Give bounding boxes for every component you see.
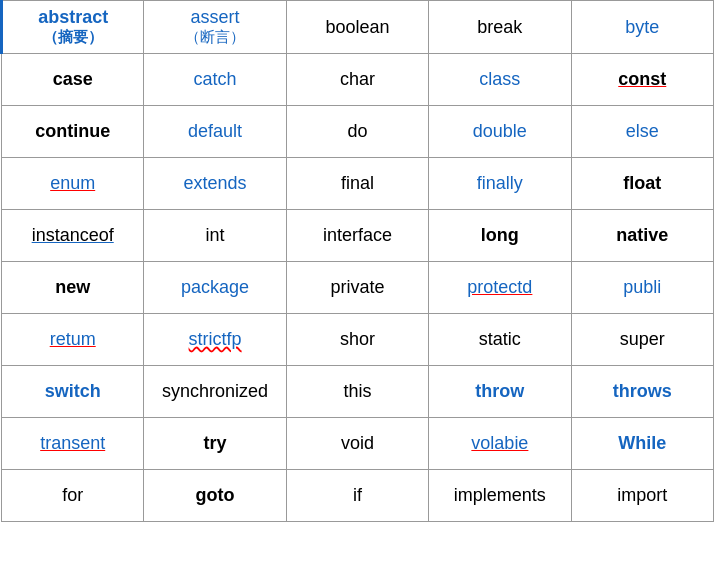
table-cell: implements [429,470,571,522]
table-cell: While [571,418,713,470]
table-cell: strictfp [144,314,286,366]
table-cell: volabie [429,418,571,470]
table-cell: catch [144,54,286,106]
table-cell: long [429,210,571,262]
table-cell: goto [144,470,286,522]
table-cell: default [144,106,286,158]
table-cell: protectd [429,262,571,314]
table-cell: super [571,314,713,366]
cell-line1: assert [148,7,281,28]
table-cell: void [286,418,428,470]
table-cell: transent [2,418,144,470]
cell-line2: （断言） [148,28,281,47]
table-cell: retum [2,314,144,366]
table-cell: final [286,158,428,210]
cell-line2: （摘要） [7,28,139,47]
table-cell: assert（断言） [144,1,286,54]
table-cell: class [429,54,571,106]
table-cell: extends [144,158,286,210]
table-cell: do [286,106,428,158]
table-cell: switch [2,366,144,418]
table-cell: enum [2,158,144,210]
table-cell: throws [571,366,713,418]
table-cell: instanceof [2,210,144,262]
table-cell: throw [429,366,571,418]
cell-line1: abstract [7,7,139,28]
table-cell: continue [2,106,144,158]
table-cell: native [571,210,713,262]
keywords-table: abstract（摘要）assert（断言）booleanbreakbyteca… [0,0,714,522]
table-cell: try [144,418,286,470]
table-cell: interface [286,210,428,262]
table-cell: this [286,366,428,418]
table-cell: int [144,210,286,262]
table-cell: break [429,1,571,54]
table-cell: double [429,106,571,158]
table-cell: finally [429,158,571,210]
table-cell: for [2,470,144,522]
table-cell: package [144,262,286,314]
table-cell: new [2,262,144,314]
table-cell: const [571,54,713,106]
table-cell: case [2,54,144,106]
table-cell: boolean [286,1,428,54]
table-cell: if [286,470,428,522]
table-cell: float [571,158,713,210]
table-cell: private [286,262,428,314]
table-cell: else [571,106,713,158]
table-cell: abstract（摘要） [2,1,144,54]
table-cell: static [429,314,571,366]
table-cell: synchronized [144,366,286,418]
table-cell: import [571,470,713,522]
table-cell: byte [571,1,713,54]
table-cell: publi [571,262,713,314]
table-cell: shor [286,314,428,366]
table-cell: char [286,54,428,106]
